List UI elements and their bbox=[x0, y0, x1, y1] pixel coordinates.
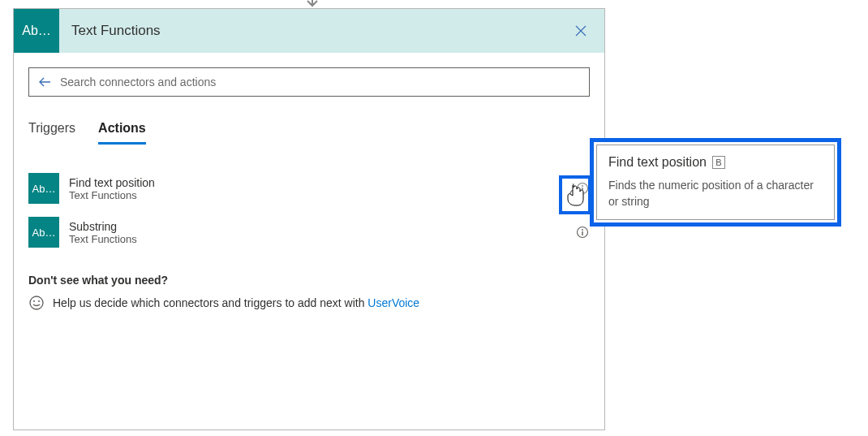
svg-point-10 bbox=[574, 192, 576, 193]
connector-icon: Ab… bbox=[28, 173, 59, 204]
action-list: Ab… Find text position Text Functions Ab… bbox=[28, 166, 590, 254]
search-box bbox=[28, 67, 590, 97]
connector-panel: Ab… Text Functions Triggers Actions Ab… … bbox=[13, 8, 605, 430]
svg-rect-5 bbox=[582, 231, 582, 235]
panel-header: Ab… Text Functions bbox=[14, 9, 604, 53]
back-arrow-icon[interactable] bbox=[37, 75, 52, 89]
connector-icon: Ab… bbox=[28, 217, 59, 248]
svg-point-7 bbox=[33, 300, 35, 302]
panel-title: Text Functions bbox=[59, 23, 569, 39]
svg-point-6 bbox=[30, 296, 43, 309]
tooltip-inner: Find text position B Finds the numeric p… bbox=[596, 145, 835, 220]
close-button[interactable] bbox=[569, 19, 593, 43]
highlight-box bbox=[559, 175, 591, 214]
help-text-before: Help us decide which connectors and trig… bbox=[53, 296, 367, 309]
connector-icon: Ab… bbox=[14, 9, 59, 53]
tooltip-title: Find text position bbox=[608, 155, 707, 170]
search-input[interactable] bbox=[60, 76, 581, 88]
uservoice-link[interactable]: UserVoice bbox=[367, 296, 419, 309]
info-icon[interactable] bbox=[575, 225, 590, 240]
action-text: Find text position Text Functions bbox=[69, 176, 565, 201]
help-section: Don't see what you need? Help us decide … bbox=[28, 274, 590, 311]
badge: B bbox=[712, 156, 725, 169]
tooltip-title-row: Find text position B bbox=[608, 155, 823, 170]
action-item-substring[interactable]: Ab… Substring Text Functions bbox=[28, 210, 590, 254]
action-subtitle: Text Functions bbox=[69, 189, 565, 201]
tab-triggers[interactable]: Triggers bbox=[28, 116, 75, 145]
help-line: Help us decide which connectors and trig… bbox=[28, 295, 590, 311]
action-subtitle: Text Functions bbox=[69, 233, 565, 245]
action-text: Substring Text Functions bbox=[69, 220, 565, 245]
action-item-find-text-position[interactable]: Ab… Find text position Text Functions bbox=[28, 166, 590, 210]
svg-point-8 bbox=[38, 300, 40, 302]
svg-rect-11 bbox=[574, 194, 575, 198]
tab-actions[interactable]: Actions bbox=[98, 116, 146, 145]
tooltip-description: Finds the numeric position of a characte… bbox=[608, 178, 823, 209]
panel-body: Triggers Actions Ab… Find text position … bbox=[14, 53, 604, 311]
tooltip: Find text position B Finds the numeric p… bbox=[590, 138, 841, 227]
action-title: Substring bbox=[69, 220, 565, 233]
help-text: Help us decide which connectors and trig… bbox=[53, 296, 419, 309]
svg-point-4 bbox=[582, 229, 583, 231]
help-heading: Don't see what you need? bbox=[28, 274, 590, 287]
action-title: Find text position bbox=[69, 176, 565, 189]
tabs: Triggers Actions bbox=[28, 116, 590, 145]
smiley-icon bbox=[28, 295, 45, 311]
